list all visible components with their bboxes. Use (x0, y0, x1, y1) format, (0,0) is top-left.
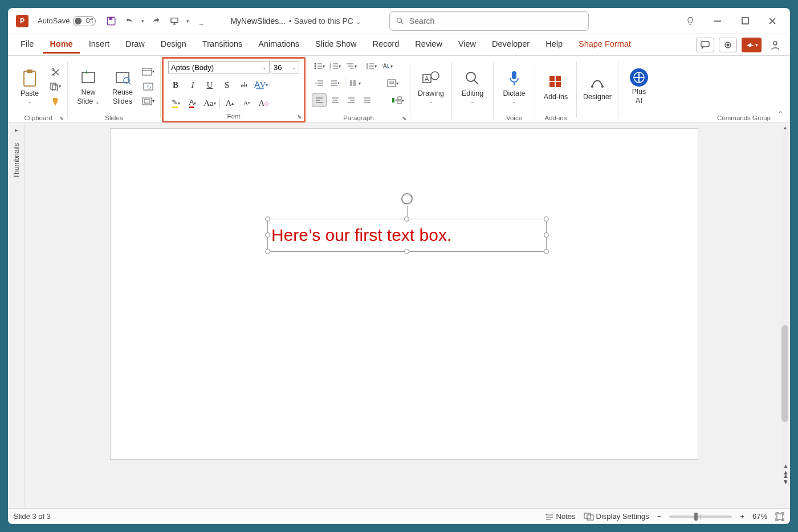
search-input[interactable] (409, 17, 583, 26)
designer-button[interactable]: Designer (581, 62, 613, 111)
align-text-button[interactable]: ▾ (385, 76, 400, 90)
bullets-button[interactable]: ▾ (312, 59, 327, 73)
resize-handle-w[interactable] (265, 232, 270, 238)
char-spacing-button[interactable]: A͟V▾ (254, 78, 268, 92)
dictate-button[interactable]: Dictate ⌄ (498, 62, 530, 111)
tab-shape-format[interactable]: Shape Format (572, 36, 638, 54)
numbering-button[interactable]: 123▾ (328, 59, 343, 73)
scroll-track[interactable] (781, 132, 788, 477)
vertical-scrollbar[interactable]: ▴ ▾ (781, 123, 789, 485)
format-painter-button[interactable] (48, 95, 63, 108)
autosave-toggle[interactable]: AutoSave Off (38, 16, 96, 26)
resize-handle-sw[interactable] (265, 249, 270, 254)
align-center-button[interactable] (328, 93, 343, 107)
zoom-slider[interactable] (669, 515, 732, 518)
decrease-font-button[interactable]: A▾ (239, 96, 254, 110)
strikethrough-button[interactable]: ab (237, 78, 251, 92)
tab-insert[interactable]: Insert (82, 36, 116, 54)
search-box[interactable] (389, 11, 589, 31)
italic-button[interactable]: I (185, 78, 200, 92)
bold-button[interactable]: B (168, 78, 183, 92)
resize-handle-nw[interactable] (265, 216, 270, 222)
tab-slideshow[interactable]: Slide Show (308, 36, 364, 54)
slide-canvas-area[interactable]: Here’s our first text box. ▴ ▾ (25, 123, 790, 508)
fit-to-window-button[interactable] (775, 512, 784, 521)
clear-formatting-button[interactable]: A◇ (256, 96, 271, 110)
camera-button[interactable] (719, 38, 737, 52)
paste-button[interactable]: Paste ⌄ (14, 62, 46, 111)
next-slide-button[interactable]: ▼ (783, 478, 789, 485)
scroll-up-button[interactable]: ▴ (784, 124, 787, 130)
comments-button[interactable] (696, 38, 714, 52)
notes-button[interactable]: Notes (545, 512, 576, 521)
save-button[interactable] (105, 15, 117, 27)
tab-developer[interactable]: Developer (485, 36, 536, 54)
tab-review[interactable]: Review (408, 36, 449, 54)
thumbnail-pane[interactable]: ▸ Thumbnails (8, 123, 25, 508)
drawing-button[interactable]: A Drawing ⌄ (415, 62, 447, 111)
text-direction-button[interactable]: ᴵA▾ (380, 59, 394, 73)
decrease-indent-button[interactable] (312, 76, 327, 90)
share-button[interactable]: ▾ (742, 38, 762, 52)
tab-file[interactable]: File (14, 36, 40, 54)
increase-indent-button[interactable] (328, 76, 343, 90)
zoom-out-button[interactable]: − (657, 512, 662, 521)
paragraph-launcher[interactable]: ⬊ (402, 115, 406, 121)
resize-handle-e[interactable] (544, 232, 549, 238)
reset-button[interactable] (141, 80, 156, 93)
tab-home[interactable]: Home (43, 36, 79, 54)
shadow-button[interactable]: S (219, 78, 234, 92)
expand-thumbnails-button[interactable]: ▸ (15, 126, 18, 134)
layout-button[interactable]: ▾ (141, 65, 156, 79)
tab-design[interactable]: Design (154, 36, 193, 54)
zoom-in-button[interactable]: + (740, 512, 744, 521)
rotate-handle[interactable] (399, 191, 415, 207)
section-button[interactable]: ▾ (141, 95, 156, 108)
from-beginning-button[interactable] (168, 15, 181, 27)
line-spacing-button[interactable]: ▾ (364, 59, 378, 73)
minimize-button[interactable] (709, 13, 726, 30)
increase-font-button[interactable]: A▴ (222, 96, 237, 110)
font-launcher[interactable]: ⬊ (297, 113, 302, 120)
plus-ai-button[interactable]: Plus AI (623, 62, 655, 111)
undo-dropdown[interactable]: ▾ (141, 18, 144, 24)
display-settings-button[interactable]: Display Settings (584, 512, 649, 521)
font-size-combo[interactable]: 36⌄ (271, 61, 299, 73)
autosave-switch[interactable]: Off (73, 16, 96, 26)
smartart-button[interactable]: ▾ (390, 93, 405, 107)
redo-button[interactable] (150, 15, 162, 27)
tab-view[interactable]: View (451, 36, 483, 54)
columns-button[interactable]: ▾ (348, 76, 363, 90)
close-button[interactable] (764, 13, 781, 30)
maximize-button[interactable] (736, 13, 754, 30)
tab-draw[interactable]: Draw (119, 36, 152, 54)
undo-button[interactable] (123, 15, 136, 27)
collapse-ribbon-button[interactable]: ⌃ (777, 110, 783, 118)
font-name-combo[interactable]: Aptos (Body)⌄ (168, 61, 270, 73)
zoom-slider-knob[interactable] (694, 513, 698, 521)
document-title-area[interactable]: MyNewSlides... • Saved to this PC ⌄ (230, 17, 360, 26)
present-dropdown[interactable]: ▾ (186, 18, 189, 24)
account-button[interactable] (766, 38, 784, 52)
tab-animations[interactable]: Animations (251, 36, 306, 54)
resize-handle-se[interactable] (544, 249, 549, 254)
align-right-button[interactable] (344, 93, 359, 107)
tab-help[interactable]: Help (539, 36, 569, 54)
text-box[interactable]: Here’s our first text box. (267, 219, 547, 252)
qat-customize-button[interactable]: ⎯ (195, 15, 207, 27)
prev-slide-double-button[interactable]: ▲▲ (783, 470, 789, 477)
slide-indicator[interactable]: Slide 3 of 3 (14, 512, 51, 521)
align-left-button[interactable] (312, 93, 327, 107)
copy-button[interactable]: ▾ (48, 80, 63, 93)
scroll-thumb[interactable] (781, 325, 788, 422)
resize-handle-s[interactable] (404, 249, 409, 254)
underline-button[interactable]: U (202, 78, 217, 92)
resize-handle-n[interactable] (404, 216, 409, 222)
new-slide-button[interactable]: + New Slide ⌄ (72, 62, 104, 111)
text-box-content[interactable]: Here’s our first text box. (271, 226, 451, 245)
indent-list-button[interactable]: ▾ (344, 59, 359, 73)
cut-button[interactable] (48, 65, 63, 79)
justify-button[interactable] (360, 93, 374, 107)
change-case-button[interactable]: Aa▾ (202, 96, 217, 110)
reuse-slides-button[interactable]: Reuse Slides (107, 62, 139, 111)
